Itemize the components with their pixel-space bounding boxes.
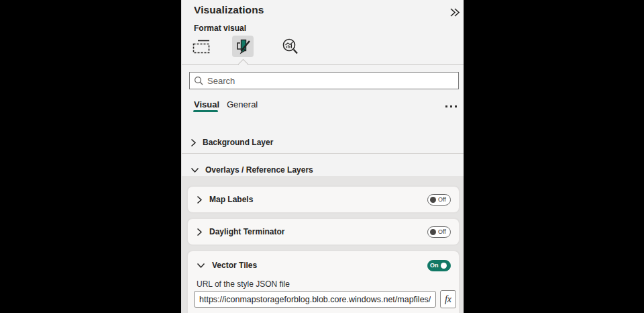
double-chevron-right-icon [449,7,461,17]
map-labels-toggle[interactable]: Off [427,194,451,206]
search-box[interactable] [189,72,459,89]
screenshot-stage: Visualizations Format visual [0,0,644,313]
card-label: Vector Tiles [212,261,257,270]
format-visual-tab[interactable] [232,36,254,57]
section-background-layer[interactable]: Background Layer [182,132,464,152]
active-tab-underline [193,110,218,112]
chevron-right-icon [191,138,197,147]
card-map-labels: Map Labels Off [187,186,460,213]
fx-conditional-format-button[interactable]: fx [440,290,456,308]
card-vector-tiles-header[interactable]: Vector Tiles On [188,251,459,275]
more-options-icon [445,105,447,107]
chevron-down-icon [191,167,199,173]
toggle-state-label: On [430,263,439,269]
toggle-knob [430,197,436,203]
card-vector-tiles: Vector Tiles On URL of the style JSON fi… [187,251,460,313]
tab-visual[interactable]: Visual [194,99,219,109]
chevron-right-icon [197,228,203,236]
build-visual-tab[interactable] [191,36,212,57]
analytics-tab[interactable] [279,36,301,57]
canvas-left [0,0,181,313]
search-input[interactable] [207,76,454,86]
overlays-cards-area: Map Labels Off Daylight Terminator [182,176,464,313]
format-visual-heading: Format visual [194,24,246,33]
card-label: Daylight Terminator [209,227,284,236]
toggle-state-label: Off [438,197,446,203]
url-field-label: URL of the style JSON file [197,279,290,289]
card-map-labels-header[interactable]: Map Labels Off [188,187,459,212]
section-label: Background Layer [203,138,273,147]
card-daylight-terminator-header[interactable]: Daylight Terminator Off [188,219,459,244]
vector-tiles-toggle[interactable]: On [427,260,451,271]
toggle-knob [430,229,436,235]
collapse-pane-button[interactable] [447,5,462,19]
pane-title: Visualizations [194,4,264,16]
analytics-icon [281,38,299,56]
section-divider [182,153,464,154]
icon-tabs-divider [182,64,464,65]
format-visual-icon [234,38,252,55]
tab-general[interactable]: General [227,99,258,109]
search-icon [194,76,203,85]
card-daylight-terminator: Daylight Terminator Off [187,218,460,245]
toggle-knob [441,263,447,269]
selected-tab-caret [238,59,249,70]
chevron-down-icon [197,263,205,269]
more-options-button[interactable] [442,101,460,111]
style-json-url-input[interactable] [194,291,436,308]
daylight-terminator-toggle[interactable]: Off [427,226,451,238]
canvas-right [464,0,644,313]
card-label: Map Labels [209,195,253,204]
section-label: Overlays / Reference Layers [205,165,313,175]
visualizations-pane: Visualizations Format visual [181,0,464,313]
toggle-state-label: Off [438,229,446,235]
build-visual-icon [193,38,210,54]
chevron-right-icon [197,195,203,204]
